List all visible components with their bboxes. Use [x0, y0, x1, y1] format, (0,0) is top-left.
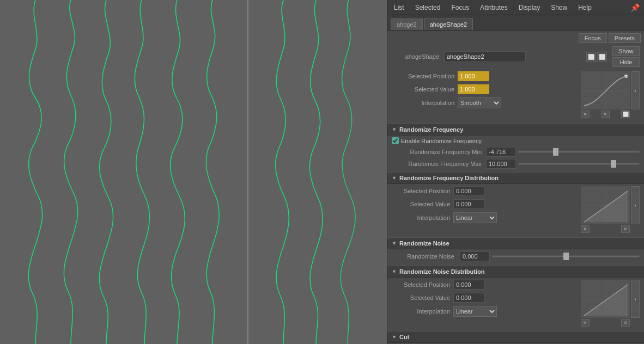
freq-dist-interp-label: Interpolation	[387, 214, 450, 221]
main-interpolation-label: Interpolation	[392, 100, 454, 106]
freq-dist-interp-row: Interpolation Linear Smooth Step	[387, 212, 579, 223]
main-selected-position-row: Selected Position	[392, 71, 579, 81]
expand-icon[interactable]: ⬜	[586, 52, 596, 62]
main-interpolation-select[interactable]: Smooth Linear Step	[458, 97, 501, 108]
randomize-freq-max-slider[interactable]	[518, 163, 640, 165]
main-curve-right-btn[interactable]: ›	[631, 71, 640, 109]
randomize-freq-min-label: Randomize Frequency Min	[392, 149, 482, 155]
menu-selected[interactable]: Selected	[413, 3, 443, 13]
randomize-noise-arrow: ▼	[392, 241, 397, 246]
noise-dist-interp-row: Interpolation Linear Smooth Step	[387, 306, 579, 317]
freq-dist-value-label: Selected Value	[387, 201, 450, 207]
menu-display[interactable]: Display	[517, 3, 542, 13]
randomize-freq-dist-header[interactable]: ▼ Randomize Frequency Distribution	[387, 172, 644, 184]
main-curve-params: Selected Position Selected Value Interpo…	[392, 71, 579, 118]
freq-dist-curve-preview	[581, 186, 630, 224]
menu-focus[interactable]: Focus	[449, 3, 471, 13]
main-selected-value-row: Selected Value	[392, 84, 579, 94]
noise-dist-curve-right-btn[interactable]: ›	[631, 280, 640, 318]
randomize-freq-min-slider[interactable]	[518, 151, 640, 153]
freq-dist-params: Selected Position Selected Value Interpo…	[387, 186, 579, 233]
noise-dist-value-row: Selected Value	[387, 293, 579, 303]
noise-dist-interp-select[interactable]: Linear Smooth Step	[453, 306, 497, 317]
randomize-noise-dist-arrow: ▼	[392, 269, 397, 274]
tab-ahogeshape2[interactable]: ahogeShape2	[424, 19, 473, 30]
noise-dist-position-row: Selected Position	[387, 280, 579, 290]
presets-button[interactable]: Presets	[609, 33, 641, 43]
main-selected-value-label: Selected Value	[392, 86, 454, 93]
menu-list[interactable]: List	[392, 3, 406, 13]
node-name-row: ahogeShape: ⬜ ⬜ Show Hide	[387, 44, 644, 69]
randomize-frequency-arrow: ▼	[392, 127, 397, 132]
noise-dist-icon-right[interactable]: ✕	[621, 319, 630, 327]
curve-icon-center[interactable]: ✕	[601, 110, 610, 118]
viewport	[0, 0, 387, 344]
randomize-freq-max-label: Randomize Frequency Max	[392, 161, 482, 167]
freq-dist-icon-left[interactable]: ✕	[581, 225, 590, 233]
node-name-input[interactable]	[444, 51, 526, 62]
freq-dist-position-label: Selected Position	[387, 188, 450, 194]
randomize-freq-max-row: Randomize Frequency Max	[387, 158, 644, 170]
freq-dist-position-row: Selected Position	[387, 186, 579, 196]
freq-dist-position-input[interactable]	[453, 186, 485, 196]
randomize-noise-header[interactable]: ▼ Randomize Noise	[387, 237, 644, 249]
pin-icon[interactable]: 📌	[630, 3, 640, 12]
curve-icon-left[interactable]: ✕	[581, 110, 590, 118]
noise-dist-value-input[interactable]	[453, 293, 485, 303]
randomize-noise-label: Randomize Noise	[392, 253, 454, 260]
randomize-noise-dist-content: Selected Position Selected Value Interpo…	[387, 278, 644, 329]
randomize-noise-title: Randomize Noise	[399, 240, 449, 247]
freq-dist-value-input[interactable]	[453, 199, 485, 209]
cut-title: Cut	[399, 334, 409, 340]
randomize-freq-dist-arrow: ▼	[392, 175, 397, 181]
node-name-label: ahogeShape:	[392, 53, 441, 60]
curve-icon-right[interactable]: ⬜	[621, 110, 630, 118]
menu-help[interactable]: Help	[576, 3, 594, 13]
freq-dist-value-row: Selected Value	[387, 199, 579, 209]
tab-ahoge2[interactable]: ahoge2	[391, 19, 423, 30]
randomize-freq-dist-content: Selected Position Selected Value Interpo…	[387, 184, 644, 235]
right-panel: List Selected Focus Attributes Display S…	[387, 0, 644, 344]
collapse-icon[interactable]: ⬜	[597, 52, 607, 62]
freq-dist-icon-right[interactable]: ✕	[621, 225, 630, 233]
enable-randomize-freq-label: Enable Randomize Frequency	[401, 138, 482, 144]
menu-bar: List Selected Focus Attributes Display S…	[387, 0, 644, 15]
randomize-noise-input[interactable]	[460, 251, 490, 261]
main-selected-position-label: Selected Position	[392, 73, 454, 79]
cut-arrow: ▼	[392, 334, 397, 340]
randomize-noise-row: Randomize Noise	[387, 249, 644, 263]
randomize-noise-dist-header[interactable]: ▼ Randomize Noise Distribution	[387, 266, 644, 278]
randomize-freq-max-input[interactable]	[486, 159, 516, 169]
show-button[interactable]: Show	[612, 46, 640, 56]
noise-dist-curve-preview	[581, 280, 630, 318]
freq-dist-interp-select[interactable]: Linear Smooth Step	[453, 212, 497, 223]
noise-dist-interp-label: Interpolation	[387, 308, 450, 315]
randomize-frequency-content: Enable Randomize Frequency Randomize Fre…	[387, 136, 644, 170]
randomize-noise-dist-title: Randomize Noise Distribution	[399, 268, 484, 275]
tabs-bar: ahoge2 ahogeShape2	[387, 15, 644, 30]
randomize-freq-min-row: Randomize Frequency Min	[387, 146, 644, 158]
noise-dist-params: Selected Position Selected Value Interpo…	[387, 280, 579, 327]
menu-attributes[interactable]: Attributes	[478, 3, 510, 13]
focus-button[interactable]: Focus	[579, 33, 607, 43]
main-selected-position-input[interactable]	[458, 71, 489, 81]
cut-header[interactable]: ▼ Cut	[387, 331, 644, 343]
randomize-noise-slider[interactable]	[492, 255, 640, 257]
randomize-frequency-title: Randomize Frequency	[399, 126, 463, 133]
freq-dist-curve-right-btn[interactable]: ›	[631, 186, 640, 224]
noise-dist-position-label: Selected Position	[387, 281, 450, 288]
randomize-noise-content: Randomize Noise	[387, 249, 644, 263]
enable-randomize-freq-row: Enable Randomize Frequency	[387, 136, 644, 146]
noise-dist-position-input[interactable]	[453, 280, 485, 290]
randomize-freq-min-input[interactable]	[486, 147, 516, 157]
randomize-freq-dist-title: Randomize Frequency Distribution	[399, 175, 499, 181]
menu-show[interactable]: Show	[549, 3, 569, 13]
main-selected-value-input[interactable]	[458, 84, 489, 94]
hide-button[interactable]: Hide	[612, 57, 640, 67]
randomize-frequency-header[interactable]: ▼ Randomize Frequency	[387, 124, 644, 136]
noise-dist-icon-left[interactable]: ✕	[581, 319, 590, 327]
main-curve-preview	[581, 71, 630, 109]
noise-dist-value-label: Selected Value	[387, 294, 450, 301]
panel-content[interactable]: Focus Presets ahogeShape: ⬜ ⬜ Show Hide …	[387, 30, 644, 344]
enable-randomize-freq-checkbox[interactable]	[392, 137, 399, 144]
